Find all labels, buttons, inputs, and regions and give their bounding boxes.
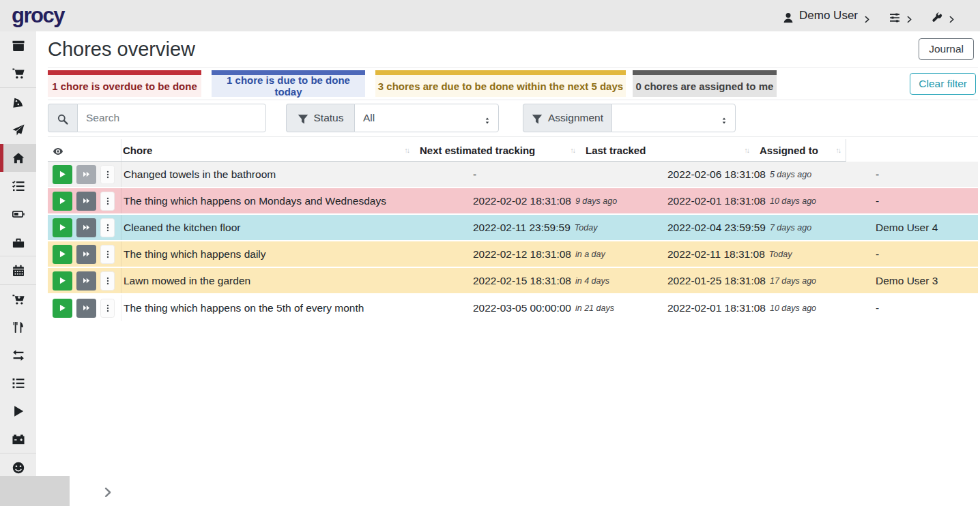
row-actions xyxy=(48,215,121,240)
sidebar-item-task-list[interactable] xyxy=(0,172,36,200)
settings-menu[interactable] xyxy=(889,10,913,21)
track-chore-button[interactable] xyxy=(53,192,72,211)
sidebar-item-cart-plus[interactable] xyxy=(0,285,36,313)
skip-chore-icon xyxy=(83,170,90,178)
skip-chore-button[interactable] xyxy=(76,299,96,318)
assignment-select[interactable] xyxy=(611,104,736,132)
clear-filter-button[interactable]: Clear filter xyxy=(910,73,976,95)
next-estimated-tracking: 2022-02-12 18:31:08in a day xyxy=(467,241,662,267)
skip-chore-button[interactable] xyxy=(76,271,96,291)
person-icon xyxy=(783,10,794,21)
user-menu[interactable]: Demo User xyxy=(783,9,871,23)
track-chore-button[interactable] xyxy=(53,245,72,264)
eye-icon xyxy=(53,145,63,155)
sidebar xyxy=(0,31,36,506)
sidebar-item-play[interactable] xyxy=(0,397,36,425)
next-estimated-tracking: 2022-02-11 23:59:59Today xyxy=(467,215,662,240)
task-list-icon xyxy=(12,179,25,192)
chore-status-banner[interactable]: 3 chores are due to be done within the n… xyxy=(375,70,626,97)
next-estimated-tracking: 2022-02-15 18:31:08in 4 days xyxy=(467,268,662,293)
assigned-to: - xyxy=(870,241,978,267)
sidebar-item-home[interactable] xyxy=(0,144,36,172)
sidebar-item-shopping-cart[interactable] xyxy=(0,59,36,87)
chore-row-menu-icon xyxy=(104,224,112,232)
filter-icon xyxy=(298,113,308,123)
skip-chore-button[interactable] xyxy=(76,218,96,237)
chore-status-banner[interactable]: 1 chore is overdue to be done xyxy=(48,70,201,97)
search-input[interactable] xyxy=(77,104,266,132)
chore-row-menu-button[interactable] xyxy=(100,245,115,264)
skip-chore-icon xyxy=(83,304,90,312)
table-row: The thing which happens on the 5th of ev… xyxy=(48,295,978,321)
chore-row-menu-button[interactable] xyxy=(100,218,115,237)
track-chore-button[interactable] xyxy=(53,218,72,237)
last-tracked: 2022-02-01 18:31:0810 days ago xyxy=(662,295,870,321)
column-header-next-estimated-tracking[interactable]: Next estimated tracking ↑↓ xyxy=(414,139,580,161)
sidebar-item-calendar[interactable] xyxy=(0,256,36,284)
chore-row-menu-button[interactable] xyxy=(100,165,115,184)
column-header-last-tracked[interactable]: Last tracked ↑↓ xyxy=(580,139,754,161)
assignment-filter-group: Assignment xyxy=(523,104,736,132)
main-content: Chores overview Journal 1 chore is overd… xyxy=(38,31,980,506)
bullet-list-icon xyxy=(12,376,25,389)
last-tracked-relative: 10 days ago xyxy=(770,196,816,206)
sidebar-expand-toggle[interactable] xyxy=(0,476,70,506)
navbar-menus: Demo User xyxy=(783,9,955,23)
search-icon-box xyxy=(48,104,77,132)
chore-row-menu-button[interactable] xyxy=(100,271,115,291)
cart-plus-icon xyxy=(12,293,25,306)
table-row: Cleaned the kitchen floor2022-02-11 23:5… xyxy=(48,215,978,241)
sidebar-item-paper-plane[interactable] xyxy=(0,116,36,144)
row-actions xyxy=(48,162,121,187)
last-tracked-relative: Today xyxy=(769,250,792,259)
track-chore-button[interactable] xyxy=(53,165,72,184)
status-select[interactable]: All xyxy=(354,104,499,132)
column-visibility-toggle[interactable] xyxy=(48,139,121,161)
sidebar-item-bullet-list[interactable] xyxy=(0,369,36,397)
grocy-logo[interactable]: grocy xyxy=(12,3,64,28)
chore-status-banner[interactable]: 1 chore is due to be done today xyxy=(212,70,365,97)
chore-row-menu-button[interactable] xyxy=(100,299,115,318)
chore-row-menu-button[interactable] xyxy=(100,192,115,211)
last-tracked: 2022-01-25 18:31:0817 days ago xyxy=(662,268,870,293)
smiley-icon xyxy=(12,461,25,474)
sidebar-item-box[interactable] xyxy=(0,31,36,59)
assigned-to: Demo User 4 xyxy=(870,215,978,240)
next-estimated-tracking-relative: in 4 days xyxy=(575,276,609,286)
sidebar-item-battery[interactable] xyxy=(0,200,36,228)
chevron-down-icon xyxy=(863,12,871,20)
next-estimated-tracking: - xyxy=(467,162,662,187)
track-chore-icon xyxy=(59,304,66,312)
last-tracked-relative: 5 days ago xyxy=(770,170,811,179)
sidebar-item-exchange-arrows[interactable] xyxy=(0,341,36,369)
track-chore-button[interactable] xyxy=(53,299,72,318)
sidebar-item-car-battery[interactable] xyxy=(0,425,36,453)
skip-chore-button[interactable] xyxy=(76,245,96,264)
chevron-down-icon xyxy=(906,12,913,20)
column-header-assigned-to[interactable]: Assigned to ↑↓ xyxy=(754,139,846,161)
column-header-chore[interactable]: Chore ↑↓ xyxy=(121,139,414,161)
search-icon xyxy=(57,113,68,123)
table-row: The thing which happens on Mondays and W… xyxy=(48,188,978,215)
chore-row-menu-icon xyxy=(104,197,112,205)
skip-chore-button[interactable] xyxy=(76,165,96,184)
track-chore-icon xyxy=(59,250,66,258)
row-actions xyxy=(48,268,121,293)
table-row: The thing which happens daily2022-02-12 … xyxy=(48,241,978,268)
track-chore-icon xyxy=(59,224,66,231)
row-actions xyxy=(48,241,121,267)
row-actions xyxy=(48,188,121,213)
admin-menu[interactable] xyxy=(932,10,955,21)
sidebar-item-toolbox[interactable] xyxy=(0,228,36,256)
next-estimated-tracking-relative: Today xyxy=(575,223,598,233)
track-chore-button[interactable] xyxy=(53,271,72,291)
skip-chore-button[interactable] xyxy=(76,192,96,211)
sidebar-item-pizza-slice[interactable] xyxy=(0,88,36,116)
next-estimated-tracking-relative: 9 days ago xyxy=(575,196,617,206)
skip-chore-icon xyxy=(83,277,90,284)
journal-button[interactable]: Journal xyxy=(919,38,974,60)
car-battery-icon xyxy=(12,432,25,445)
search-group xyxy=(48,104,266,132)
chore-status-banner[interactable]: 0 chores are assigned to me xyxy=(633,70,777,97)
sidebar-item-utensils[interactable] xyxy=(0,313,36,341)
